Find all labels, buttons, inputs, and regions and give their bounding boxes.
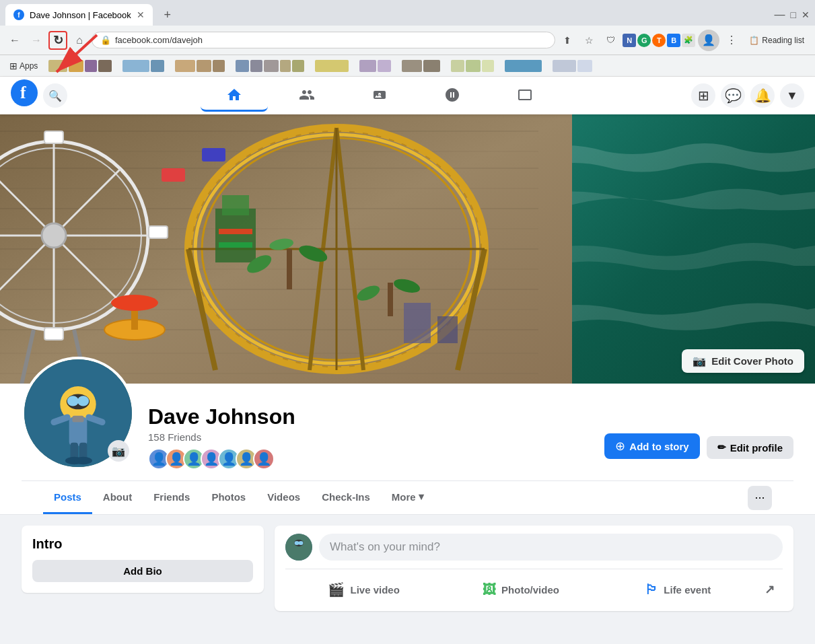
extension-b[interactable]: B	[667, 34, 680, 47]
live-video-action[interactable]: 🎬 Live video	[285, 576, 442, 603]
bookmark-colors-1[interactable]	[44, 59, 116, 73]
share-icon[interactable]: ⬆	[558, 31, 577, 50]
chevron-down-icon: ▾	[419, 491, 424, 503]
svg-rect-56	[388, 283, 393, 316]
profile-avatar-wrapper: 📷	[22, 357, 135, 470]
bookmarks-bar: ⊞ Apps	[0, 55, 815, 77]
bookmark-colors-2[interactable]	[118, 59, 168, 73]
nav-groups-icon[interactable]	[419, 79, 486, 112]
extension-n[interactable]: N	[623, 34, 636, 47]
tab-videos[interactable]: Videos	[256, 482, 311, 514]
cover-photo-area: 📷 Edit Cover Photo	[0, 114, 815, 384]
svg-point-76	[285, 534, 312, 561]
tab-photos[interactable]: Photos	[201, 482, 256, 514]
shield-icon[interactable]: 🛡	[601, 31, 620, 50]
browser-toolbar: ← → ↻ ⌂ 🔒 facebook.com/davejoh ⬆ ☆ 🛡 N G…	[0, 26, 815, 55]
toolbar-icons: ⬆ ☆ 🛡	[558, 31, 620, 50]
svg-rect-31	[149, 226, 168, 238]
tab-checkins[interactable]: Check-Ins	[311, 482, 381, 514]
tab-title: Dave Johnson | Facebook	[30, 10, 131, 20]
tab-more[interactable]: More ▾	[381, 481, 435, 514]
friends-avatars: 👤 👤 👤 👤 👤 👤 👤	[148, 448, 604, 470]
profile-info-row: 📷 Dave Johnson 158 Friends 👤 👤 👤 👤 👤 👤 👤	[22, 384, 793, 480]
svg-rect-32	[44, 328, 63, 340]
reload-button[interactable]: ↻	[48, 31, 67, 50]
messenger-button[interactable]: 💬	[721, 83, 745, 108]
svg-rect-49	[437, 316, 458, 343]
life-event-action[interactable]: 🏳 Life event	[600, 576, 756, 603]
add-to-story-button[interactable]: ⊕ Add to story	[604, 433, 699, 459]
bookmark-colors-3[interactable]	[171, 59, 229, 73]
photo-video-action[interactable]: 🖼 Photo/video	[442, 576, 599, 603]
tab-options-button[interactable]: ···	[748, 486, 772, 510]
live-video-icon: 🎬	[328, 581, 345, 598]
edit-cover-photo-button[interactable]: 📷 Edit Cover Photo	[682, 349, 804, 373]
bookmark-colors-4[interactable]	[232, 59, 308, 73]
share-icon: ↗	[765, 582, 775, 597]
menu-button[interactable]: ⋮	[722, 31, 741, 50]
left-panel: Intro Add Bio	[22, 526, 264, 622]
nav-right-icons: ⊞ 💬 🔔 ▼	[691, 83, 804, 108]
tab-close-button[interactable]: ✕	[137, 9, 145, 20]
browser-tab[interactable]: f Dave Johnson | Facebook ✕	[5, 4, 153, 26]
tab-friends[interactable]: Friends	[143, 482, 201, 514]
svg-point-66	[67, 396, 79, 406]
apps-bookmark[interactable]: ⊞ Apps	[5, 59, 42, 73]
svg-rect-44	[215, 209, 256, 262]
account-dropdown-button[interactable]: ▼	[780, 83, 804, 108]
extensions-area: N G T B 🧩	[623, 34, 695, 47]
browser-title-bar: f Dave Johnson | Facebook ✕ + — □ ✕	[0, 0, 815, 26]
nav-marketplace-icon[interactable]	[346, 79, 413, 112]
new-tab-button[interactable]: +	[158, 5, 177, 24]
extension-g[interactable]: G	[637, 34, 651, 47]
composer-actions: 🎬 Live video 🖼 Photo/video 🏳 Life event	[285, 569, 783, 603]
svg-point-27	[42, 223, 66, 248]
bookmark-colors-6[interactable]	[355, 59, 395, 73]
post-composer: What's on your mind? 🎬 Live video 🖼 Phot…	[275, 526, 793, 611]
nav-home-icon[interactable]	[201, 79, 268, 112]
nav-watch-icon[interactable]	[491, 79, 559, 112]
forward-button[interactable]: →	[27, 31, 46, 50]
bookmark-colors-10[interactable]	[548, 59, 596, 73]
close-window-button[interactable]: ✕	[802, 9, 810, 20]
minimize-button[interactable]: —	[775, 9, 785, 21]
search-button[interactable]: 🔍	[43, 83, 67, 108]
profile-avatar-nav[interactable]: 👤	[698, 30, 719, 51]
main-content: Intro Add Bio	[0, 515, 815, 633]
tab-posts[interactable]: Posts	[43, 482, 92, 514]
svg-point-67	[77, 396, 89, 406]
edit-profile-button[interactable]: ✏ Edit profile	[707, 436, 793, 459]
bookmark-colors-9[interactable]	[501, 59, 546, 73]
svg-rect-45	[222, 195, 249, 215]
life-event-icon: 🏳	[645, 582, 658, 598]
home-button[interactable]: ⌂	[70, 31, 89, 50]
bookmark-star-icon[interactable]: ☆	[579, 31, 598, 50]
right-panel: What's on your mind? 🎬 Live video 🖼 Phot…	[275, 526, 793, 622]
composer-input[interactable]: What's on your mind?	[319, 534, 783, 561]
nav-friends-icon[interactable]	[273, 79, 341, 112]
svg-point-61	[111, 295, 158, 311]
tab-about[interactable]: About	[92, 482, 143, 514]
add-bio-button[interactable]: Add Bio	[32, 560, 253, 582]
back-button[interactable]: ←	[5, 31, 24, 50]
profile-tabs: Posts About Friends Photos Videos Check-…	[22, 480, 793, 514]
bookmark-colors-5[interactable]	[311, 59, 353, 73]
reading-list-button[interactable]: 📋 Reading list	[744, 33, 810, 48]
facebook-logo[interactable]: f	[11, 79, 38, 112]
extension-t[interactable]: T	[652, 34, 666, 47]
svg-rect-69	[72, 416, 83, 423]
profile-section: 📷 Dave Johnson 158 Friends 👤 👤 👤 👤 👤 👤 👤	[0, 384, 815, 515]
profile-text: Dave Johnson 158 Friends 👤 👤 👤 👤 👤 👤 👤	[148, 405, 604, 470]
share-action[interactable]: ↗	[756, 576, 783, 603]
extension-puzzle[interactable]: 🧩	[682, 34, 695, 47]
bookmark-colors-8[interactable]	[447, 59, 498, 73]
maximize-button[interactable]: □	[791, 9, 796, 20]
bookmark-colors-7[interactable]	[398, 59, 444, 73]
friends-count[interactable]: 158 Friends	[148, 431, 604, 443]
avatar-camera-button[interactable]: 📷	[108, 440, 129, 462]
notifications-button[interactable]: 🔔	[750, 83, 775, 108]
address-bar[interactable]: 🔒 facebook.com/davejoh	[92, 32, 555, 48]
svg-rect-30	[44, 131, 63, 143]
friend-avatar-7[interactable]: 👤	[253, 448, 275, 470]
grid-button[interactable]: ⊞	[691, 83, 715, 108]
